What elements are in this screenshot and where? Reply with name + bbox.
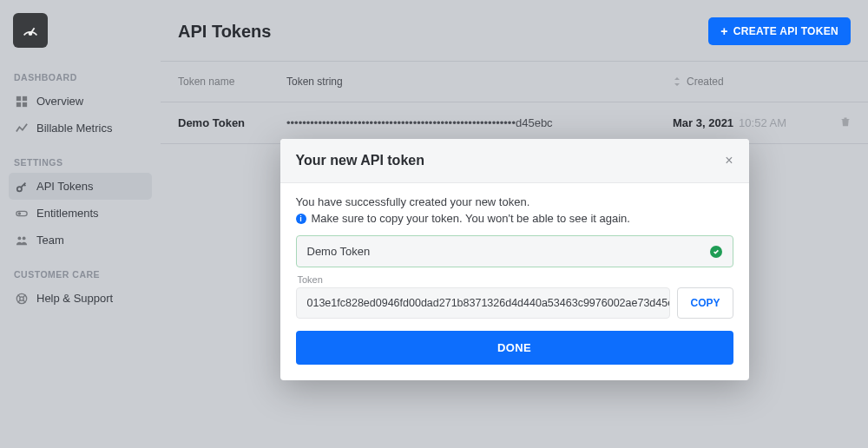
grid-icon xyxy=(16,96,28,108)
toggle-icon xyxy=(16,208,28,220)
check-icon xyxy=(710,246,722,258)
copy-button[interactable]: COPY xyxy=(677,287,733,319)
side-section-dashboard: DASHBOARD xyxy=(14,72,152,82)
sidebar-item-entitlements[interactable]: Entitlements xyxy=(9,200,152,227)
svg-point-7 xyxy=(18,212,22,215)
sidebar-item-api-tokens[interactable]: API Tokens xyxy=(9,173,152,200)
modal-overlay: Your new API token × You have successful… xyxy=(161,0,868,448)
sidebar-item-label: Help & Support xyxy=(36,292,113,305)
key-icon xyxy=(16,181,28,193)
sidebar-item-help-support[interactable]: Help & Support xyxy=(9,285,152,312)
token-name-value: Demo Token xyxy=(307,245,371,258)
svg-rect-1 xyxy=(16,96,21,100)
sidebar: DASHBOARD Overview Billable Metrics SETT… xyxy=(0,0,161,448)
sidebar-item-billable-metrics[interactable]: Billable Metrics xyxy=(9,115,152,142)
modal-warning-message: i Make sure to copy your token. You won'… xyxy=(296,212,733,225)
main-content: API Tokens + CREATE API TOKEN Token name… xyxy=(161,0,868,448)
sidebar-item-label: Team xyxy=(36,234,64,247)
modal-success-message: You have successfully created your new t… xyxy=(296,195,733,208)
sidebar-item-overview[interactable]: Overview xyxy=(9,88,152,115)
modal-body: You have successfully created your new t… xyxy=(280,183,749,380)
svg-point-11 xyxy=(20,296,23,300)
side-section-customer-care: CUSTOMER CARE xyxy=(14,269,152,280)
modal-title: Your new API token xyxy=(296,153,424,168)
sidebar-item-label: Overview xyxy=(36,95,83,108)
token-value-field[interactable]: 013e1fc828ed0946fd00dad271b8371326d4d440… xyxy=(296,287,671,319)
token-field-label: Token xyxy=(298,274,733,285)
sidebar-item-team[interactable]: Team xyxy=(9,227,152,254)
svg-rect-2 xyxy=(23,96,27,100)
token-name-field[interactable]: Demo Token xyxy=(296,235,733,267)
modal-warning-text: Make sure to copy your token. You won't … xyxy=(312,212,630,225)
brand-logo[interactable] xyxy=(13,13,48,48)
team-icon xyxy=(16,234,28,247)
modal-close-button[interactable]: × xyxy=(725,153,733,168)
info-icon: i xyxy=(296,214,306,224)
svg-rect-3 xyxy=(16,102,21,106)
gauge-icon xyxy=(21,21,40,40)
sidebar-item-label: API Tokens xyxy=(36,180,94,193)
lifebuoy-icon xyxy=(16,293,28,305)
token-value-row: 013e1fc828ed0946fd00dad271b8371326d4d440… xyxy=(296,287,733,319)
done-button[interactable]: DONE xyxy=(296,331,733,365)
svg-rect-4 xyxy=(23,102,27,106)
close-icon: × xyxy=(725,153,733,168)
svg-point-9 xyxy=(23,236,26,240)
app-root: DASHBOARD Overview Billable Metrics SETT… xyxy=(0,0,868,448)
sidebar-item-label: Entitlements xyxy=(36,207,99,220)
sidebar-item-label: Billable Metrics xyxy=(36,122,112,135)
modal-header: Your new API token × xyxy=(280,139,749,183)
new-token-modal: Your new API token × You have successful… xyxy=(280,139,749,380)
svg-point-8 xyxy=(17,236,21,240)
trend-icon xyxy=(16,122,28,135)
side-section-settings: SETTINGS xyxy=(14,157,152,168)
